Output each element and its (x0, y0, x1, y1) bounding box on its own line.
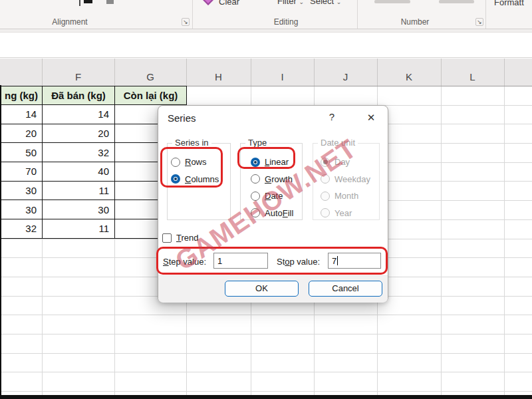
cancel-button[interactable]: Cancel (309, 281, 382, 297)
radio-icon[interactable] (251, 208, 260, 217)
table-header-cell[interactable]: ng (kg) (1, 86, 43, 105)
stop-value-label: Stop value: (277, 257, 320, 267)
filter-label: Filter (277, 0, 297, 6)
radio-weekday: Weekday (313, 171, 379, 188)
radio-growth[interactable]: Growth (241, 171, 302, 188)
radio-date[interactable]: Date (241, 188, 302, 205)
radio-autofill[interactable]: AutoFill (241, 205, 302, 222)
cell[interactable]: 11 (43, 219, 115, 239)
radio-icon[interactable] (251, 174, 260, 184)
screenshot-bottom-edge (0, 395, 532, 399)
radio-icon[interactable] (251, 192, 260, 201)
cell[interactable]: 30 (43, 200, 115, 219)
radio-label: Date (265, 191, 283, 201)
cell[interactable]: 70 (1, 162, 43, 182)
series-in-group: Series in Rows Columns (167, 143, 231, 220)
stop-value-input[interactable]: 7 (328, 253, 381, 269)
cell[interactable]: 30 (1, 200, 43, 219)
radio-month: Month (313, 188, 379, 205)
radio-label: Weekday (334, 174, 370, 184)
trend-label: Trend (176, 233, 199, 243)
help-icon[interactable]: ? (326, 111, 338, 124)
radio-icon-disabled (321, 192, 330, 201)
column-header-G[interactable]: G (114, 59, 186, 86)
ribbon-group-divider (485, 0, 486, 29)
dialog-title[interactable]: Series (168, 112, 196, 124)
radio-label: AutoFill (265, 208, 293, 218)
filter-button[interactable]: Filter ⌄ (277, 0, 304, 6)
cell[interactable]: 14 (1, 105, 43, 124)
radio-label: Rows (185, 157, 207, 167)
radio-icon-selected[interactable] (251, 158, 260, 167)
step-value-input[interactable]: 1 (213, 253, 268, 269)
clear-button[interactable]: Clear (219, 0, 239, 7)
radio-label: Linear (265, 157, 289, 167)
cell[interactable]: 50 (1, 143, 43, 162)
column-header-F[interactable]: F (42, 59, 114, 86)
group-label: Date unit (318, 138, 358, 148)
checkbox-icon[interactable] (162, 233, 172, 243)
cell[interactable]: 11 (43, 181, 115, 200)
alignment-dialog-launcher-icon[interactable]: ↘ (182, 18, 190, 26)
formatting-button[interactable]: Formatt (494, 0, 524, 7)
date-unit-group: Date unit Day Weekday Month Year (313, 143, 380, 220)
cell[interactable]: 40 (43, 162, 115, 182)
cell[interactable]: 32 (43, 143, 115, 162)
cell[interactable]: 14 (43, 105, 115, 124)
clipped-icon (374, 0, 410, 3)
radio-label: Day (334, 157, 350, 167)
clipped-icon (79, 0, 80, 6)
ribbon-group-divider (357, 0, 358, 29)
radio-day: Day (313, 154, 379, 171)
ribbon-bottom-strip (0, 29, 532, 33)
radio-icon-disabled (321, 158, 330, 167)
ribbon-group-divider (192, 0, 193, 29)
number-dialog-launcher-icon[interactable]: ↘ (475, 18, 483, 26)
radio-label: Columns (185, 174, 219, 184)
column-header-L[interactable]: L (441, 59, 504, 86)
ribbon: Clear Filter ⌄ Select ⌄ Formatt Alignmen… (0, 0, 532, 29)
cell[interactable]: 20 (1, 124, 43, 143)
formula-bar[interactable] (0, 33, 532, 58)
ribbon-clipped-icons-row: Clear Filter ⌄ Select ⌄ Formatt (0, 0, 532, 7)
radio-columns[interactable]: Columns (168, 171, 230, 188)
chevron-down-icon: ⌄ (336, 0, 342, 5)
radio-icon-selected[interactable] (171, 174, 180, 184)
series-dialog: Series ? ✕ Series in Rows Columns Type (158, 105, 388, 303)
trend-checkbox-row[interactable]: Trend (162, 233, 199, 243)
close-icon[interactable]: ✕ (363, 110, 379, 126)
radio-year: Year (313, 205, 379, 222)
radio-rows[interactable]: Rows (168, 154, 230, 171)
table-header-cell[interactable]: Đã bán (kg) (43, 86, 115, 105)
excel-window: Clear Filter ⌄ Select ⌄ Formatt Alignmen… (0, 0, 532, 399)
ribbon-group-editing: Editing (256, 17, 316, 27)
column-header-strip: F G H I J K L (0, 59, 532, 86)
cell[interactable]: 32 (1, 219, 43, 239)
radio-label: Month (334, 191, 358, 201)
radio-linear[interactable]: Linear (241, 154, 302, 171)
clipped-icon (439, 0, 474, 3)
radio-label: Year (334, 208, 352, 218)
dialog-footer: OK Cancel (158, 275, 388, 303)
radio-label: Growth (265, 174, 293, 184)
text-cursor (337, 256, 338, 265)
column-header-K[interactable]: K (377, 59, 441, 86)
select-button[interactable]: Select ⌄ (310, 0, 341, 6)
select-label: Select (310, 0, 334, 6)
column-header-J[interactable]: J (314, 59, 377, 86)
ok-button[interactable]: OK (225, 281, 299, 297)
column-header-I[interactable]: I (251, 59, 314, 86)
radio-icon-disabled (321, 174, 330, 184)
group-label: Series in (172, 138, 211, 148)
radio-icon[interactable] (171, 158, 180, 167)
cell[interactable]: 30 (1, 181, 43, 200)
column-header-H[interactable]: H (186, 59, 251, 86)
clipped-icon (84, 0, 92, 3)
cell[interactable]: 20 (43, 124, 115, 143)
radio-icon-disabled (321, 208, 330, 217)
type-group: Type Linear Growth Date AutoFill (240, 143, 303, 220)
table-header-row: ng (kg) Đã bán (kg) Còn lại (kg) (1, 86, 187, 105)
step-value-text: 1 (217, 256, 222, 266)
table-header-cell[interactable]: Còn lại (kg) (115, 86, 187, 105)
clipped-icon (106, 0, 114, 4)
